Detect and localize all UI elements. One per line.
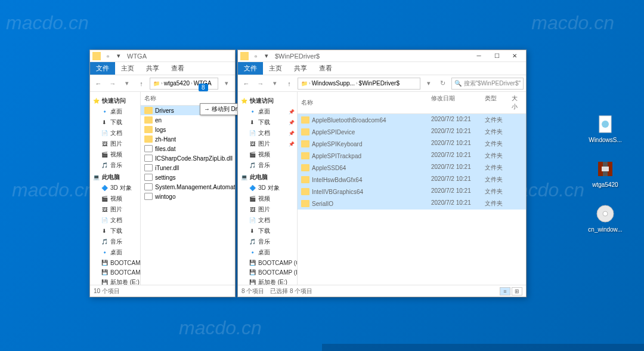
sidebar-this-pc[interactable]: 💻此电脑 — [238, 172, 297, 183]
sidebar-quick-access[interactable]: ⭐快速访问 — [90, 96, 140, 106]
maximize-button[interactable]: ☐ — [488, 50, 506, 62]
qat-button[interactable]: ▫ — [103, 51, 113, 61]
column-header-name[interactable]: 名称 — [141, 93, 235, 104]
file-row[interactable]: files.dat — [141, 144, 235, 153]
navigation-pane[interactable]: ⭐快速访问 🔹桌面 ⬇下载 📄文档 🖼图片 🎬视频 🎵音乐 💻此电脑 🔷3D 对… — [90, 92, 141, 285]
ribbon-file-tab[interactable]: 文件 — [90, 62, 115, 75]
sidebar-item-downloads[interactable]: ⬇下载 — [90, 117, 140, 128]
sidebar-item-videos[interactable]: 🎬视频 — [238, 149, 297, 160]
qat-button[interactable]: ▫ — [251, 51, 261, 61]
file-row[interactable]: zh-Hant — [141, 134, 235, 144]
breadcrumb-item[interactable]: wtga5420 — [164, 80, 190, 87]
sidebar-item-docs2[interactable]: 📄文档 — [90, 215, 140, 226]
breadcrumb-item[interactable]: $WinPEDriver$ — [359, 80, 400, 87]
file-row[interactable]: System.Management.Automation.dll — [141, 182, 235, 192]
titlebar[interactable]: ▫ ▾ $WinPEDriver$ ─ ☐ ✕ — [238, 50, 526, 62]
file-row[interactable]: wintogo — [141, 192, 235, 201]
breadcrumb[interactable]: 📁 › WindowsSupp... › $WinPEDriver$ — [298, 78, 420, 90]
sidebar-item-docs2[interactable]: 📄文档 — [238, 215, 297, 226]
nav-forward-button[interactable]: → — [255, 78, 267, 90]
sidebar-item-pictures2[interactable]: 🖼图片 — [90, 204, 140, 215]
file-row[interactable]: AppleSPIDevice2020/7/2 10:21文件夹 — [298, 126, 526, 138]
sidebar-item-videos2[interactable]: 🎬视频 — [90, 193, 140, 204]
file-row[interactable]: AppleSPIKeyboard2020/7/2 10:21文件夹 — [298, 138, 526, 150]
sidebar-item-3d[interactable]: 🔷3D 对象 — [90, 183, 140, 193]
file-row[interactable]: AppleSPITrackpad2020/7/2 10:21文件夹 — [298, 150, 526, 162]
file-list[interactable]: 名称 修改日期 类型 大小 AppleBluetoothBroadcom6420… — [298, 92, 526, 285]
qat-dropdown[interactable]: ▾ — [262, 51, 271, 61]
sidebar-item-drive-e[interactable]: 💾新加卷 (E:) — [90, 277, 140, 285]
sidebar-item-desktop2[interactable]: 🔹桌面 — [90, 247, 140, 258]
column-header-type[interactable]: 类型 — [481, 93, 508, 112]
ribbon-tab-view[interactable]: 查看 — [313, 62, 338, 75]
sidebar-item-pictures2[interactable]: 🖼图片 — [238, 204, 297, 215]
sidebar-item-3d[interactable]: 🔷3D 对象 — [238, 183, 297, 193]
sidebar-item-pictures[interactable]: 🖼图片 — [90, 138, 140, 149]
sidebar-item-dl2[interactable]: ⬇下载 — [238, 226, 297, 236]
nav-forward-button[interactable]: → — [107, 78, 119, 90]
sidebar-item-documents[interactable]: 📄文档 — [90, 128, 140, 138]
nav-back-button[interactable]: ← — [240, 78, 252, 90]
nav-back-button[interactable]: ← — [92, 78, 104, 90]
ribbon-tab-home[interactable]: 主页 — [115, 62, 140, 75]
sidebar-item-desktop[interactable]: 🔹桌面📌 — [238, 106, 297, 117]
sidebar-item-downloads[interactable]: ⬇下载📌 — [238, 117, 297, 128]
close-button[interactable]: ✕ — [506, 50, 524, 62]
ribbon-file-tab[interactable]: 文件 — [238, 62, 263, 75]
column-header-size[interactable]: 大小 — [508, 93, 526, 112]
navigation-pane[interactable]: ⭐快速访问 🔹桌面📌 ⬇下载📌 📄文档📌 🖼图片📌 🎬视频 🎵音乐 💻此电脑 🔷… — [238, 92, 298, 285]
ribbon-tab-view[interactable]: 查看 — [165, 62, 190, 75]
titlebar[interactable]: ▫ ▾ WTGA — [90, 50, 235, 62]
sidebar-item-drive-d[interactable]: 💾BOOTCAMP (D: — [238, 267, 297, 277]
taskbar[interactable] — [322, 344, 644, 351]
column-header-name[interactable]: 名称 — [298, 93, 428, 112]
search-input[interactable]: 🔍 搜索"$WinPEDriver$" — [451, 78, 524, 90]
file-row[interactable]: SerialIO2020/7/2 10:21文件夹 — [298, 198, 526, 210]
minimize-button[interactable]: ─ — [470, 50, 488, 62]
sidebar-item-music[interactable]: 🎵音乐 — [90, 160, 140, 171]
breadcrumb-dropdown[interactable]: ▾ — [221, 78, 233, 90]
sidebar-item-drive-c[interactable]: 💾BOOTCAMP (C: — [238, 258, 297, 267]
sidebar-item-desktop[interactable]: 🔹桌面 — [90, 106, 140, 117]
sidebar-item-drive-c[interactable]: 💾BOOTCAMP (C: — [90, 258, 140, 267]
details-view-button[interactable]: ≡ — [500, 287, 510, 295]
icons-view-button[interactable]: ⊞ — [512, 287, 522, 295]
file-row[interactable]: iTuner.dll — [141, 163, 235, 173]
sidebar-item-documents[interactable]: 📄文档📌 — [238, 128, 297, 138]
file-row[interactable]: ICSharpCode.SharpZipLib.dll — [141, 153, 235, 163]
breadcrumb[interactable]: 📁 › wtga5420 › WTGA — [150, 78, 218, 90]
nav-up-button[interactable]: ↑ — [135, 78, 147, 90]
file-list[interactable]: 名称 Driversenlogszh-Hantfiles.datICSharpC… — [141, 92, 235, 285]
ribbon-tab-share[interactable]: 共享 — [140, 62, 165, 75]
sidebar-item-pictures[interactable]: 🖼图片📌 — [238, 138, 297, 149]
sidebar-item-music2[interactable]: 🎵音乐 — [238, 236, 297, 247]
sidebar-item-dl2[interactable]: ⬇下载 — [90, 226, 140, 236]
sidebar-item-drive-d[interactable]: 💾BOOTCAMP (D: — [90, 267, 140, 277]
file-row[interactable]: settings — [141, 173, 235, 182]
file-row[interactable]: logs — [141, 125, 235, 134]
file-row[interactable]: en — [141, 115, 235, 125]
sidebar-item-desktop2[interactable]: 🔹桌面 — [238, 247, 297, 258]
nav-dropdown[interactable]: ▾ — [269, 78, 281, 90]
ribbon-tab-share[interactable]: 共享 — [288, 62, 313, 75]
sidebar-item-music[interactable]: 🎵音乐 — [238, 160, 297, 171]
file-row[interactable]: IntelHswBdwGfx642020/7/2 10:21文件夹 — [298, 174, 526, 186]
column-header-date[interactable]: 修改日期 — [428, 93, 481, 112]
qat-dropdown[interactable]: ▾ — [114, 51, 123, 61]
refresh-button[interactable]: ↻ — [437, 78, 449, 90]
sidebar-this-pc[interactable]: 💻此电脑 — [90, 172, 140, 183]
file-row[interactable]: AppleBluetoothBroadcom642020/7/2 10:21文件… — [298, 114, 526, 126]
sidebar-item-videos[interactable]: 🎬视频 — [90, 149, 140, 160]
nav-up-button[interactable]: ↑ — [283, 78, 295, 90]
sidebar-item-drive-e[interactable]: 💾新加卷 (E:) — [238, 277, 297, 285]
breadcrumb-item[interactable]: WindowsSupp... — [312, 80, 355, 87]
desktop-icon-wtga5420[interactable]: wtga5420 — [587, 158, 623, 188]
desktop-icon-iso[interactable]: cn_window... — [587, 203, 623, 233]
nav-dropdown[interactable]: ▾ — [121, 78, 133, 90]
desktop-icon-windowssupport[interactable]: WindowsS... — [587, 113, 623, 143]
file-row[interactable]: AppleSSD642020/7/2 10:21文件夹 — [298, 162, 526, 174]
sidebar-item-videos2[interactable]: 🎬视频 — [238, 193, 297, 204]
sidebar-quick-access[interactable]: ⭐快速访问 — [238, 96, 297, 106]
sidebar-item-music2[interactable]: 🎵音乐 — [90, 236, 140, 247]
file-row[interactable]: IntelIVBGraphics642020/7/2 10:21文件夹 — [298, 186, 526, 198]
